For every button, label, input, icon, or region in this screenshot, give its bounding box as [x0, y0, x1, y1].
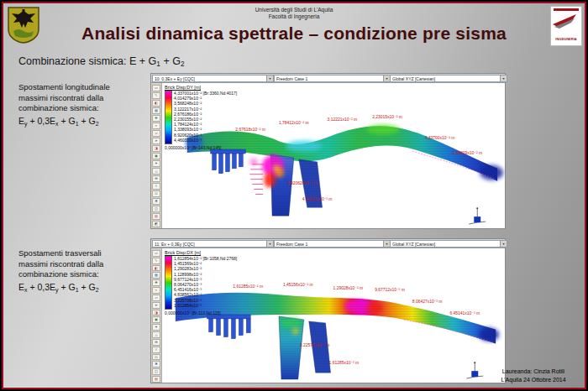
- toolbar-icon[interactable]: ▱: [152, 130, 160, 137]
- toolbar-icon[interactable]: ◬: [152, 168, 160, 175]
- displacement-label: 4,33700x10⁻² m: [425, 136, 455, 140]
- result-case-value: 10: 0,3Ex + Ey [CQC]: [155, 76, 195, 81]
- displacement-label: 1,61285x10⁻³ m: [329, 361, 360, 365]
- result-case-dropdown[interactable]: 11: Ex + 0,3Ey [CQC]▼: [152, 240, 274, 248]
- combination-sub2: 2: [181, 60, 185, 68]
- result-case-value: 11: Ex + 0,3Ey [CQC]: [155, 242, 195, 247]
- displacement-label: 4,46031x10⁻³ m: [302, 197, 333, 201]
- toolbar-icon[interactable]: ✎: [152, 92, 160, 99]
- fem-canvas: Brick Disp:DX [m] 1,612854x10⁻² [Br:1058…: [162, 248, 505, 383]
- toolbar-icon[interactable]: ➤: [152, 138, 160, 144]
- toolbar-icon[interactable]: ✱: [152, 361, 160, 368]
- toolbar-icon[interactable]: ▤: [152, 376, 160, 383]
- formula-text: + G: [79, 282, 96, 292]
- toolbar-icon[interactable]: ◧: [152, 100, 160, 107]
- displacement-label: 3,12221x10⁻² m: [328, 117, 358, 122]
- fem-viewport-longitudinal: 10: 0,3Ex + Ey [CQC]▼ Freedom Case 1▼ Gl…: [150, 73, 506, 229]
- toolbar-icon[interactable]: ▣: [152, 316, 160, 323]
- legend-color-ramp: [165, 91, 172, 144]
- toolbar-icon[interactable]: ▣: [152, 153, 160, 159]
- toolbar-icon[interactable]: ▱: [152, 295, 160, 301]
- coordinate-system-dropdown[interactable]: Global XYZ [Cartesian]▼: [390, 240, 507, 248]
- toolbar-icon[interactable]: ✚: [152, 279, 160, 286]
- toolbar-icon[interactable]: ◨: [152, 145, 160, 152]
- legend-color-ramp: [165, 256, 172, 310]
- legend-title: Brick Disp:DX [m]: [165, 250, 237, 255]
- displacement-label: 8,92062x10⁻³ m: [287, 181, 318, 185]
- displacement-label: 1,33809x10⁻² m: [452, 151, 482, 155]
- displacement-label: 1,61285x10⁻² m: [233, 284, 263, 289]
- displacement-label: 1,29028x10⁻² m: [333, 286, 364, 290]
- axes-triad-icon: [469, 207, 486, 224]
- displacement-label: 6,45141x10⁻³ m: [449, 311, 480, 315]
- toolbar-icon[interactable]: ◫: [152, 206, 160, 212]
- credits: Laureanda: Cinzia Rotili L'Aquila 24 Ott…: [484, 368, 583, 383]
- toolbar-icon[interactable]: ⊞: [152, 339, 160, 346]
- toolbar-icon[interactable]: ⊞: [152, 175, 160, 182]
- coordinate-system-dropdown[interactable]: Global XYZ [Cartesian]▼: [390, 75, 507, 82]
- load-arrow-cluster: [249, 164, 264, 195]
- chevron-down-icon[interactable]: ▼: [383, 76, 390, 81]
- chevron-down-icon[interactable]: ▼: [500, 76, 507, 81]
- displacement-label: 3,22570x10⁻³ m: [300, 343, 330, 347]
- viewport-toolbar: ▭✎◧▦✚⌖▱➤◨▣✦◬⊞≡⊡✱◫▤: [151, 248, 162, 383]
- chevron-down-icon[interactable]: ▼: [266, 76, 273, 81]
- legend-values: 1,451569x10⁻²1,290283x10⁻²1,128998x10⁻²9…: [174, 261, 237, 308]
- toolbar-icon[interactable]: ◫: [152, 368, 160, 375]
- credits-author: Laureanda: Cinzia Rotili: [484, 368, 583, 376]
- fem-viewport-transversal: 11: Ex + 0,3Ey [CQC]▼ Freedom Case 1▼ Gl…: [150, 238, 506, 383]
- coordinate-system-value: Global XYZ [Cartesian]: [392, 76, 435, 81]
- contour-legend: Brick Disp:DX [m] 1,612854x10⁻² [Br:1058…: [165, 250, 237, 315]
- seismic-combination-line: Combinazione sismica: E + G1 + G2: [18, 55, 184, 68]
- toolbar-icon[interactable]: ✦: [152, 324, 160, 331]
- approach-piers: [207, 315, 251, 339]
- toolbar-icon[interactable]: ➤: [152, 302, 160, 309]
- toolbar-icon[interactable]: ⌖: [152, 123, 160, 129]
- slide-title: Analisi dinamica spettrale – condizione …: [27, 23, 561, 44]
- viewport-toolbar: ▭✎◧▦✚⌖▱➤◨▣✦◬⊞≡⊡✱◫▤◩: [151, 83, 162, 228]
- displacement-label: 9,67712x10⁻³ m: [375, 288, 405, 292]
- freedom-case-value: Freedom Case 1: [276, 76, 307, 81]
- toolbar-icon[interactable]: ◧: [152, 265, 160, 272]
- toolbar-icon[interactable]: ▤: [152, 213, 160, 220]
- toolbar-icon[interactable]: ✚: [152, 115, 160, 122]
- toolbar-icon[interactable]: ▭: [152, 85, 160, 91]
- formula-sub: 2: [96, 120, 99, 126]
- freedom-case-value: Freedom Case 1: [276, 242, 307, 247]
- presentation-slide: INGEGNERIA Università degli Studi di L'A…: [0, 0, 588, 391]
- note-transversal: Spostamenti trasversali massimi riscontr…: [18, 248, 151, 295]
- result-case-dropdown[interactable]: 10: 0,3Ex + Ey [CQC]▼: [152, 75, 274, 82]
- toolbar-icon[interactable]: ◩: [152, 221, 160, 227]
- toolbar-icon[interactable]: ▭: [152, 250, 160, 257]
- toolbar-icon[interactable]: ≡: [152, 347, 160, 353]
- legend-value: 1,612854x10⁻³: [174, 303, 237, 308]
- approach-piers: [211, 149, 246, 174]
- note-formula: Ex + 0,3Ey + G1 + G2: [18, 282, 151, 295]
- freedom-case-dropdown[interactable]: Freedom Case 1▼: [274, 75, 391, 82]
- chevron-down-icon[interactable]: ▼: [266, 241, 273, 247]
- formula-text: + G: [79, 116, 96, 126]
- toolbar-icon[interactable]: ✱: [152, 198, 160, 205]
- displacement-label: 2,67618x10⁻² m: [235, 128, 265, 132]
- fem-canvas: Brick Disp:DY [m] 4,337001x10⁻² [Br:3360…: [162, 83, 505, 228]
- formula-text: E: [18, 282, 24, 292]
- toolbar-icon[interactable]: ⊡: [152, 190, 160, 197]
- toolbar-icon[interactable]: ✎: [152, 258, 160, 264]
- institution-line1: Università degli Studi di L'Aquila: [2, 7, 586, 13]
- chevron-down-icon[interactable]: ▼: [500, 241, 507, 247]
- toolbar-icon[interactable]: ▦: [152, 107, 160, 114]
- toolbar-icon[interactable]: ⌖: [152, 287, 160, 294]
- combination-text2: + G: [160, 55, 181, 67]
- toolbar-icon[interactable]: ◬: [152, 331, 160, 338]
- toolbar-icon[interactable]: ⊡: [152, 354, 160, 361]
- freedom-case-dropdown[interactable]: Freedom Case 1▼: [274, 240, 391, 248]
- toolbar-icon[interactable]: ✦: [152, 160, 160, 167]
- legend-value: 4,460310x10⁻³: [174, 138, 237, 143]
- legend-title: Brick Disp:DY [m]: [165, 85, 237, 90]
- toolbar-icon[interactable]: ▦: [152, 272, 160, 279]
- note-line: Spostamenti trasversali: [18, 248, 151, 259]
- toolbar-icon[interactable]: ≡: [152, 183, 160, 190]
- toolbar-icon[interactable]: ◨: [152, 310, 160, 316]
- chevron-down-icon[interactable]: ▼: [383, 241, 390, 247]
- note-line: massimi riscontrati dalla: [18, 259, 151, 270]
